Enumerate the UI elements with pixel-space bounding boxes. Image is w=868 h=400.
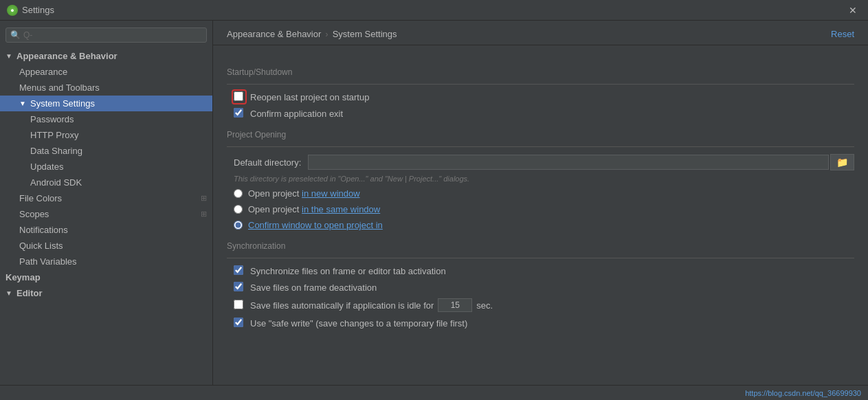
- breadcrumb-part2: System Settings: [333, 29, 397, 39]
- save-idle-row: Save files automatically if application …: [227, 298, 854, 312]
- new-window-radio[interactable]: [234, 189, 243, 198]
- sidebar-item-scopes[interactable]: Scopes ⊞: [0, 206, 212, 222]
- nav-section: ▼ Appearance & Behavior Appearance Menus…: [0, 48, 212, 301]
- save-deactivation-label[interactable]: Save files on frame deactivation: [250, 282, 377, 293]
- sidebar-item-label: Editor: [16, 288, 43, 298]
- confirm-window-label[interactable]: Confirm window to open project in: [248, 220, 383, 230]
- sidebar-item-label: Keymap: [5, 272, 41, 282]
- sidebar-item-path-variables[interactable]: Path Variables: [0, 254, 212, 269]
- confirm-exit-checkbox[interactable]: [234, 108, 243, 118]
- default-dir-row: Default directory: 📁: [227, 154, 854, 170]
- sidebar-item-passwords[interactable]: Passwords: [0, 111, 212, 127]
- sidebar-item-label: Android SDK: [30, 177, 82, 188]
- main-container: 🔍 ▼ Appearance & Behavior Appearance Men…: [0, 21, 868, 385]
- sidebar-item-label: Menus and Toolbars: [19, 82, 100, 93]
- sidebar-item-label: File Colors: [19, 193, 62, 203]
- save-deactivation-checkbox[interactable]: [234, 282, 243, 291]
- sidebar-item-file-colors[interactable]: File Colors ⊞: [0, 190, 212, 206]
- reopen-checkbox-wrapper[interactable]: [234, 91, 245, 102]
- sync-section-label: Synchronization: [227, 241, 854, 251]
- search-input[interactable]: [23, 30, 202, 40]
- sidebar-item-label: Appearance & Behavior: [16, 51, 118, 61]
- close-button[interactable]: ✕: [845, 3, 861, 17]
- save-deactivation-row: Save files on frame deactivation: [227, 282, 854, 293]
- safe-write-checkbox[interactable]: [234, 318, 243, 327]
- project-opening-section: Project Opening Default directory: 📁 Thi…: [227, 130, 854, 230]
- open-new-window-row: Open project in new window: [227, 188, 854, 199]
- search-icon: 🔍: [10, 30, 21, 40]
- sidebar-item-label: System Settings: [30, 98, 95, 109]
- sync-files-wrapper[interactable]: [234, 265, 245, 276]
- title-text: Settings: [22, 5, 845, 15]
- sidebar-item-editor[interactable]: ▼ Editor: [0, 285, 212, 301]
- confirm-window-row: Confirm window to open project in: [227, 220, 854, 230]
- confirm-window-radio[interactable]: [234, 221, 243, 230]
- same-window-radio[interactable]: [234, 205, 243, 214]
- chevron-icon: ▼: [19, 100, 27, 107]
- content-body: Startup/Shutdown Reopen last project on …: [213, 45, 868, 345]
- sidebar-item-quick-lists[interactable]: Quick Lists: [0, 238, 212, 254]
- sidebar-item-label: Updates: [30, 162, 63, 172]
- sec-label: sec.: [476, 300, 493, 311]
- safe-write-wrapper[interactable]: [234, 318, 245, 329]
- sidebar-item-menus-toolbars[interactable]: Menus and Toolbars: [0, 80, 212, 96]
- sidebar-item-label: Passwords: [30, 114, 74, 124]
- chevron-icon: ▼: [5, 289, 14, 297]
- save-idle-wrapper[interactable]: [234, 300, 245, 311]
- sidebar-item-data-sharing[interactable]: Data Sharing: [0, 143, 212, 159]
- save-deactivation-wrapper[interactable]: [234, 282, 245, 293]
- copy-icon: ⊞: [201, 210, 207, 219]
- idle-seconds-input[interactable]: [438, 298, 472, 312]
- sidebar-item-label: Path Variables: [19, 256, 77, 267]
- content-area: Appearance & Behavior › System Settings …: [213, 21, 868, 385]
- reopen-checkbox[interactable]: [234, 91, 243, 101]
- default-dir-input[interactable]: [308, 155, 829, 170]
- startup-section: Startup/Shutdown Reopen last project on …: [227, 67, 854, 119]
- status-bar: https://blog.csdn.net/qq_36699930: [0, 385, 868, 400]
- safe-write-row: Use "safe write" (save changes to a temp…: [227, 318, 854, 329]
- divider: [227, 258, 854, 258]
- status-url[interactable]: https://blog.csdn.net/qq_36699930: [745, 389, 861, 397]
- sidebar: 🔍 ▼ Appearance & Behavior Appearance Men…: [0, 21, 213, 385]
- confirm-exit-label[interactable]: Confirm application exit: [250, 109, 343, 119]
- sidebar-item-label: HTTP Proxy: [30, 130, 79, 140]
- new-window-label[interactable]: Open project in new window: [248, 188, 360, 199]
- save-idle-label[interactable]: Save files automatically if application …: [250, 300, 434, 311]
- sidebar-item-appearance-behavior[interactable]: ▼ Appearance & Behavior: [0, 48, 212, 64]
- sidebar-item-notifications[interactable]: Notifications: [0, 222, 212, 238]
- project-opening-label: Project Opening: [227, 130, 854, 140]
- sidebar-item-label: Appearance: [19, 67, 67, 77]
- safe-write-label[interactable]: Use "safe write" (save changes to a temp…: [250, 318, 467, 329]
- reopen-checkbox-row: Reopen last project on startup: [227, 91, 854, 102]
- copy-icon: ⊞: [201, 194, 207, 203]
- browse-button[interactable]: 📁: [830, 154, 854, 170]
- default-dir-label: Default directory:: [234, 157, 301, 168]
- sidebar-item-appearance[interactable]: Appearance: [0, 64, 212, 80]
- breadcrumb: Appearance & Behavior › System Settings: [227, 29, 397, 39]
- sync-files-checkbox[interactable]: [234, 265, 243, 275]
- confirm-exit-checkbox-wrapper[interactable]: [234, 108, 245, 119]
- reset-button[interactable]: Reset: [831, 29, 854, 39]
- sidebar-item-label: Notifications: [19, 225, 68, 235]
- open-same-window-row: Open project in the same window: [227, 204, 854, 214]
- sidebar-item-label: Scopes: [19, 209, 49, 219]
- search-box[interactable]: 🔍: [5, 27, 207, 43]
- breadcrumb-separator: ›: [325, 29, 328, 39]
- sidebar-item-keymap[interactable]: Keymap: [0, 269, 212, 285]
- sidebar-item-http-proxy[interactable]: HTTP Proxy: [0, 127, 212, 143]
- sync-section: Synchronization Synchronize files on fra…: [227, 241, 854, 329]
- title-bar: ● Settings ✕: [0, 0, 868, 21]
- sidebar-item-system-settings[interactable]: ▼ System Settings: [0, 96, 212, 111]
- startup-section-label: Startup/Shutdown: [227, 67, 854, 77]
- same-window-label[interactable]: Open project in the same window: [248, 204, 380, 214]
- chevron-icon: ▼: [5, 52, 14, 60]
- reopen-label[interactable]: Reopen last project on startup: [250, 92, 369, 102]
- content-header: Appearance & Behavior › System Settings …: [213, 21, 868, 45]
- confirm-exit-checkbox-row: Confirm application exit: [227, 108, 854, 119]
- hint-text: This directory is preselected in "Open..…: [227, 175, 854, 183]
- sidebar-item-android-sdk[interactable]: Android SDK: [0, 175, 212, 190]
- sync-files-label[interactable]: Synchronize files on frame or editor tab…: [250, 266, 446, 276]
- save-idle-checkbox[interactable]: [234, 300, 243, 309]
- sidebar-item-updates[interactable]: Updates: [0, 159, 212, 175]
- divider: [227, 146, 854, 147]
